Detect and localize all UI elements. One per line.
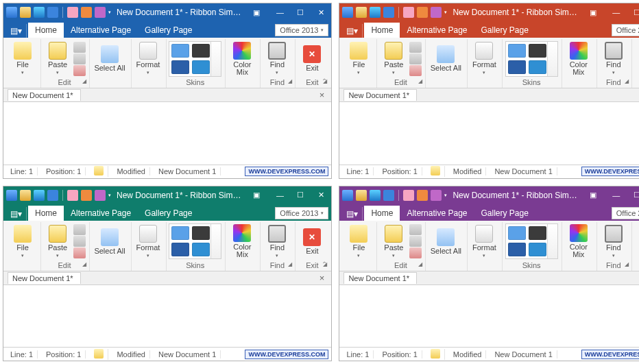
file-menu-button[interactable]: ▤▾ [342,207,363,221]
copy-icon[interactable] [73,236,86,247]
save-icon[interactable] [370,190,381,201]
skin-swatch[interactable] [508,226,526,240]
dialog-launcher-icon[interactable]: ◢ [288,78,292,84]
file-menu-button[interactable]: ▤▾ [6,207,27,221]
qat-icon-b[interactable] [81,190,92,201]
brand-link[interactable]: WWW.DEVEXPRESS.COM [581,350,639,359]
select-all-button[interactable]: Select All [428,223,463,260]
clear-icon[interactable] [73,247,86,258]
document-tab[interactable]: New Document 1* [8,89,81,101]
help-icon[interactable]: ▣ [583,186,603,204]
skin-swatch[interactable] [171,44,189,58]
close-button[interactable]: ✕ [311,3,331,21]
dialog-launcher-icon[interactable]: ◢ [82,261,86,267]
qat-dropdown-icon[interactable]: ▾ [444,10,447,15]
document-tab[interactable]: New Document 1* [343,272,417,284]
close-button[interactable]: ✕ [311,186,331,204]
qat-icon-a[interactable] [67,7,78,18]
skin-swatch[interactable] [508,60,526,74]
format-button[interactable]: Format ▾ [134,223,162,260]
copy-icon[interactable] [409,53,422,64]
tab-gallery-page[interactable]: Gallery Page [138,206,199,221]
save-icon[interactable] [34,190,45,201]
clear-icon[interactable] [73,65,86,76]
app-icon[interactable] [342,190,353,201]
skin-swatch[interactable] [192,44,210,58]
editor-area[interactable] [3,285,331,348]
color-mix-button[interactable]: Color Mix [228,223,256,260]
minimize-button[interactable]: — [606,186,627,204]
help-icon[interactable]: ▣ [583,3,603,21]
find-button[interactable]: Find ▾ [599,223,628,260]
minimize-button[interactable]: — [269,186,290,204]
qat-icon-b[interactable] [81,7,92,18]
qat-icon-c[interactable] [431,190,442,201]
skin-swatch[interactable] [171,243,189,256]
file-button[interactable]: File ▾ [344,40,373,77]
color-mix-button[interactable]: Color Mix [228,40,256,77]
qat-icon-b[interactable] [417,190,428,201]
collapse-ribbon-icon[interactable]: ⌃ [322,77,327,85]
color-mix-button[interactable]: Color Mix [564,223,593,260]
open-icon[interactable] [356,190,367,201]
editor-area[interactable] [339,102,639,165]
copy-icon[interactable] [73,53,86,64]
app-icon[interactable] [6,190,17,201]
select-all-button[interactable]: Select All [92,40,128,77]
save-icon[interactable] [370,7,381,18]
paste-button[interactable]: Paste ▾ [43,40,72,77]
maximize-button[interactable]: ☐ [290,3,311,21]
format-button[interactable]: Format ▾ [470,223,498,260]
select-all-button[interactable]: Select All [428,40,463,77]
clear-icon[interactable] [409,65,422,76]
color-mix-button[interactable]: Color Mix [564,40,593,77]
dialog-launcher-icon[interactable]: ◢ [82,78,86,84]
tab-alternative-page[interactable]: Alternative Page [400,23,474,38]
dialog-launcher-icon[interactable]: ◢ [418,78,422,84]
tab-gallery-page[interactable]: Gallery Page [138,23,199,38]
tab-gallery-page[interactable]: Gallery Page [474,206,535,221]
minimize-button[interactable]: — [269,3,290,21]
cut-icon[interactable] [409,224,422,235]
qat-dropdown-icon[interactable]: ▾ [108,193,111,198]
tab-gallery-page[interactable]: Gallery Page [474,23,535,38]
undo-icon[interactable] [383,7,394,18]
exit-button[interactable]: Exit [634,40,639,77]
qat-icon-c[interactable] [95,190,106,201]
file-button[interactable]: File ▾ [344,223,373,260]
editor-area[interactable] [3,102,331,165]
exit-button[interactable]: Exit [298,223,326,260]
save-icon[interactable] [34,7,45,18]
dialog-launcher-icon[interactable]: ◢ [625,78,629,84]
app-icon[interactable] [6,7,17,18]
skin-swatch[interactable] [171,226,189,240]
skin-swatch[interactable] [192,60,210,74]
exit-button[interactable]: Exit [298,40,326,77]
paste-button[interactable]: Paste ▾ [379,40,408,77]
tab-home[interactable]: Home [28,206,64,221]
select-all-button[interactable]: Select All [92,223,128,260]
undo-icon[interactable] [47,7,58,18]
tab-home[interactable]: Home [364,206,400,221]
brand-link[interactable]: WWW.DEVEXPRESS.COM [245,167,328,176]
app-icon[interactable] [342,7,353,18]
maximize-button[interactable]: ☐ [290,186,311,204]
skin-swatch[interactable] [529,243,546,256]
cut-icon[interactable] [409,42,422,53]
maximize-button[interactable]: ☐ [627,186,639,204]
tab-home[interactable]: Home [364,23,400,38]
skin-gallery[interactable] [169,41,221,77]
skin-gallery[interactable] [505,223,558,259]
file-button[interactable]: File ▾ [8,40,37,77]
help-icon[interactable]: ▣ [246,3,267,21]
editor-area[interactable] [339,285,639,348]
undo-icon[interactable] [383,190,394,201]
dialog-launcher-icon[interactable]: ◢ [288,261,292,267]
file-button[interactable]: File ▾ [8,223,37,260]
skin-gallery[interactable] [505,41,558,77]
open-icon[interactable] [356,7,367,18]
format-button[interactable]: Format ▾ [470,40,498,77]
qat-icon-a[interactable] [403,7,414,18]
find-button[interactable]: Find ▾ [263,223,291,260]
skin-gallery[interactable] [169,223,221,259]
